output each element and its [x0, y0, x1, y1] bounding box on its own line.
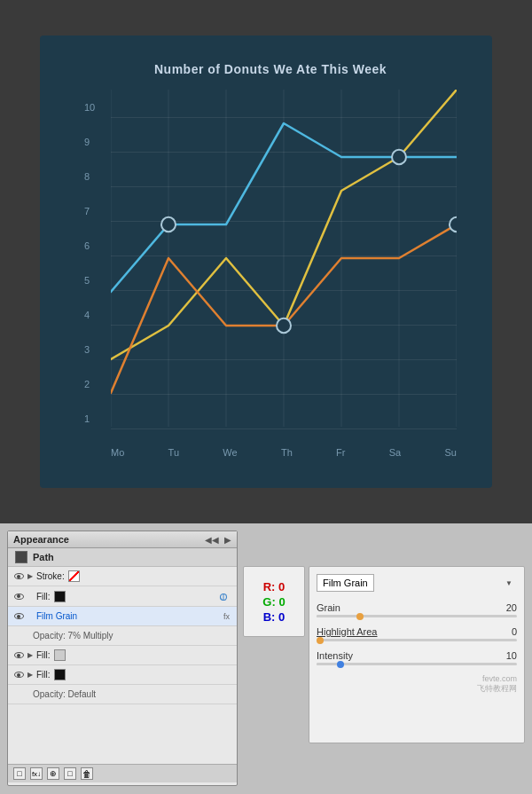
- chart-svg: [111, 90, 457, 427]
- path-row: Path: [8, 548, 237, 567]
- x-label-mo: Mo: [111, 447, 124, 458]
- chart-section: Number of Donuts We Ate This Week 10 9 8…: [0, 0, 532, 523]
- x-label-th: Th: [281, 447, 293, 458]
- layer-opacity-default: Opacity: Default: [8, 685, 237, 704]
- panel-header: Appearance ◀◀ ▶: [8, 531, 237, 548]
- x-label-fr: Fr: [336, 447, 345, 458]
- intensity-label: Intensity: [317, 650, 353, 661]
- layer-fill-3[interactable]: ▶ Fill:: [8, 665, 237, 685]
- marker-orange-su: [450, 217, 457, 232]
- layer-film-grain[interactable]: ▼ Film Grain fx: [8, 607, 237, 626]
- footer-layer-icon[interactable]: □: [64, 767, 76, 780]
- grain-param-row: Grain 20: [317, 602, 517, 613]
- x-label-we: We: [223, 447, 237, 458]
- y-label-3: 3: [84, 344, 90, 355]
- fill2-swatch[interactable]: [54, 649, 66, 661]
- bottom-panel: Appearance ◀◀ ▶ Path ▶ Stroke:: [0, 523, 532, 794]
- grain-value: 20: [499, 602, 517, 613]
- chart-container: Number of Donuts We Ate This Week 10 9 8…: [40, 35, 492, 488]
- eye-icon-fill1[interactable]: [12, 591, 26, 601]
- arrow-stroke[interactable]: ▶: [27, 572, 36, 580]
- intensity-slider[interactable]: [317, 663, 517, 665]
- fx-badge: fx: [223, 612, 230, 621]
- film-grain-select[interactable]: Film Grain: [317, 574, 374, 592]
- x-label-su: Su: [445, 447, 457, 458]
- intensity-param-row: Intensity 10: [317, 650, 517, 661]
- stroke-swatch[interactable]: [68, 570, 80, 582]
- arrow-fill1: ▼: [27, 593, 36, 601]
- layer-fill2-content: Fill:: [36, 649, 233, 661]
- highlight-area-label: Highlight Area: [317, 626, 378, 637]
- appearance-title: Appearance: [13, 534, 69, 545]
- y-label-4: 4: [84, 310, 90, 320]
- arrow-fill3[interactable]: ▶: [27, 671, 36, 679]
- highlight-area-param-row: Highlight Area 0: [317, 626, 517, 637]
- y-label-2: 2: [84, 379, 90, 389]
- y-label-6: 6: [84, 240, 90, 251]
- opacity-label: Opacity: 7% Multiply: [33, 631, 113, 641]
- watermark: fevte.com飞特教程网: [317, 674, 517, 695]
- panel-controls: ◀◀ ▶: [205, 535, 231, 545]
- path-label: Path: [33, 552, 54, 562]
- x-label-tu: Tu: [168, 447, 179, 458]
- y-label-10: 10: [84, 102, 95, 113]
- fill1-swatch[interactable]: [54, 591, 66, 602]
- marker-blue-tu: [161, 217, 176, 232]
- marker-blue-sa: [392, 150, 406, 164]
- film-grain-label: Film Grain: [36, 611, 77, 621]
- opacity-default-label: Opacity: Default: [33, 689, 96, 699]
- x-labels: Mo Tu We Th Fr Sa Su: [111, 447, 457, 458]
- y-label-8: 8: [84, 171, 90, 182]
- y-label-7: 7: [84, 206, 90, 216]
- arrow-film: ▼: [27, 612, 36, 620]
- layer-stroke[interactable]: ▶ Stroke:: [8, 567, 237, 586]
- opacity-default-content: Opacity: Default: [33, 689, 233, 699]
- footer-square-icon[interactable]: □: [13, 767, 26, 780]
- opacity-content: Opacity: 7% Multiply: [33, 631, 233, 641]
- y-label-5: 5: [84, 275, 90, 286]
- eye-icon-stroke[interactable]: [12, 571, 26, 582]
- x-label-sa: Sa: [389, 447, 401, 458]
- fill1-blue-link[interactable]: [219, 588, 230, 604]
- rgb-g: G: 0: [262, 595, 285, 609]
- y-label-1: 1: [84, 413, 90, 424]
- path-icon: [15, 551, 27, 563]
- eye-icon-fill2[interactable]: [12, 650, 26, 661]
- layer-fill3-content: Fill:: [36, 669, 233, 680]
- highlight-area-value: 0: [499, 626, 517, 637]
- eye-icon-film[interactable]: [12, 611, 26, 622]
- film-grain-panel: Film Grain Grain 20 Highlight Area 0: [309, 566, 525, 743]
- rgb-r: R: 0: [263, 580, 286, 594]
- layer-stroke-content: Stroke:: [36, 570, 233, 582]
- fill3-swatch[interactable]: [54, 669, 66, 680]
- grain-slider[interactable]: [317, 615, 517, 617]
- right-side: R: 0 G: 0 B: 0 Film Grain Grain 20: [243, 531, 525, 787]
- highlight-area-slider[interactable]: [317, 639, 517, 641]
- chart-title: Number of Donuts We Ate This Week: [84, 62, 457, 76]
- chart-area: 10 9 8 7 6 5 4 3 2 1: [84, 90, 457, 427]
- layer-film-content: Film Grain: [36, 611, 223, 621]
- footer-fx-icon[interactable]: fx↓: [30, 767, 43, 780]
- intensity-value: 10: [499, 650, 517, 661]
- footer-delete-icon[interactable]: 🗑: [81, 767, 93, 780]
- grain-label: Grain: [317, 602, 340, 613]
- layer-fill-1[interactable]: ▼ Fill:: [8, 586, 237, 607]
- layer-fill-2[interactable]: ▶ Fill:: [8, 646, 237, 665]
- rgb-b: B: 0: [263, 610, 286, 624]
- arrow-fill2[interactable]: ▶: [27, 651, 36, 659]
- grid-line-1: [111, 428, 457, 429]
- film-grain-select-wrapper[interactable]: Film Grain: [317, 574, 517, 592]
- marker-orange-th: [277, 318, 291, 333]
- panel-expand[interactable]: ▶: [224, 535, 231, 545]
- panel-footer: □ fx↓ ⊕ □ 🗑: [8, 764, 237, 782]
- appearance-panel: Appearance ◀◀ ▶ Path ▶ Stroke:: [7, 531, 238, 786]
- footer-add-icon[interactable]: ⊕: [47, 767, 59, 780]
- y-label-9: 9: [84, 137, 90, 147]
- layer-fill1-content: Fill:: [36, 591, 219, 602]
- eye-icon-fill3[interactable]: [12, 670, 26, 680]
- rgb-box: R: 0 G: 0 B: 0: [243, 566, 305, 637]
- panel-collapse[interactable]: ◀◀: [205, 535, 219, 545]
- layer-opacity: Opacity: 7% Multiply: [8, 626, 237, 646]
- film-grain-dropdown-row: Film Grain: [317, 574, 517, 592]
